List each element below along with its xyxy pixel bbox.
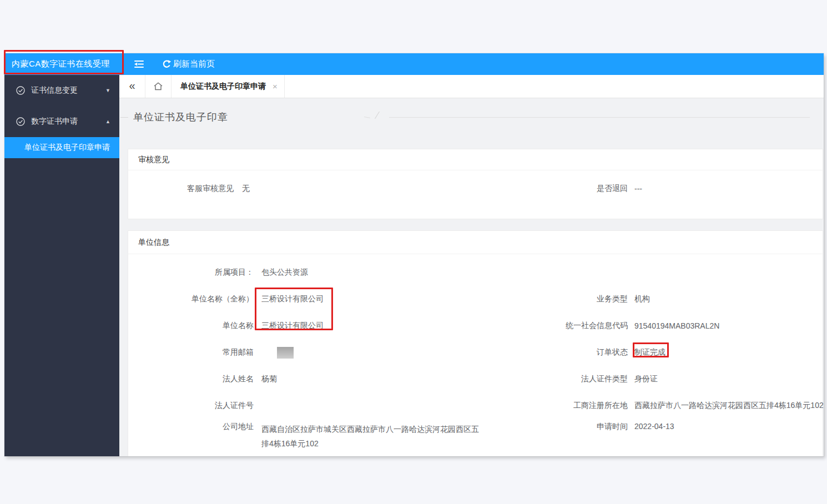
form-row: 公司地址 西藏自治区拉萨市城关区西藏拉萨市八一路哈达滨河花园西区五排4栋16单元…	[128, 419, 823, 452]
field-value: 2022-04-13	[634, 422, 674, 431]
sidebar-submenu: 单位证书及电子印章申请	[4, 137, 119, 158]
field-label: 工商注册所在地	[483, 401, 628, 411]
field-label: 公司地址	[128, 422, 254, 432]
field-label: 客服审核意见	[128, 184, 234, 194]
field-value: 无	[242, 184, 250, 194]
field-label: 法人证件号	[128, 401, 254, 411]
badge-check-icon	[16, 85, 26, 95]
redaction-smudge	[375, 112, 380, 119]
field-label: 统一社会信息代码	[483, 321, 628, 331]
tabs-scroll-left-button[interactable]: «	[119, 75, 145, 98]
field-value: 西藏自治区拉萨市城关区西藏拉萨市八一路哈达滨河花园西区五排4栋16单元102	[261, 422, 483, 451]
tab-unit-cert-seal-apply[interactable]: 单位证书及电子印章申请 ×	[172, 75, 285, 98]
chevron-up-icon: ▲	[105, 119, 110, 124]
form-row: 所属项目： 包头公共资源	[128, 259, 823, 286]
page-title: 单位证书及电子印章	[133, 110, 228, 124]
field-label: 单位名称（全称）	[128, 294, 254, 304]
field-label: 单位名称	[128, 321, 254, 331]
field-label: 所属项目：	[128, 268, 254, 278]
sidebar-item-label: 数字证书申请	[31, 117, 78, 127]
review-opinion-card: 审核意见 客服审核意见 无 是否退回 ---	[128, 149, 823, 219]
order-status-value: 制证完成	[634, 347, 665, 357]
field-value: 杨菊	[261, 374, 277, 384]
field-label: 常用邮箱	[128, 347, 254, 357]
field-value: 三桥设计有限公司	[261, 294, 324, 304]
form-row: 单位名称 三桥设计有限公司 统一社会信息代码 91540194MAB03RAL2…	[128, 313, 823, 339]
divider-dash	[120, 117, 128, 118]
form-row: 常用邮箱 订单状态 制证完成	[128, 339, 823, 366]
tab-bar: « 单位证书及电子印章申请 ×	[119, 75, 824, 98]
form-row: 法人姓名 杨菊 法人证件类型 身份证	[128, 366, 823, 392]
refresh-page-button[interactable]: 刷新当前页	[162, 59, 215, 69]
top-header-bar: 刷新当前页	[119, 53, 824, 75]
field-value: 包头公共资源	[261, 268, 308, 278]
refresh-label: 刷新当前页	[173, 59, 215, 69]
page-title-divider: 单位证书及电子印章	[120, 105, 823, 129]
redacted-email-value	[277, 347, 294, 359]
field-value: 机构	[634, 294, 650, 304]
form-row: 单位名称（全称） 三桥设计有限公司 业务类型 机构	[128, 286, 823, 313]
app-window: 内蒙CA数字证书在线受理 证书信息变更 ▼	[4, 53, 824, 456]
unit-info-card: 单位信息 所属项目： 包头公共资源 单位名称（全称） 三桥设计有限公司	[128, 230, 823, 456]
field-label: 是否退回	[483, 184, 628, 194]
sidebar-item-digital-cert-apply[interactable]: 数字证书申请 ▲	[4, 106, 119, 137]
redaction-smudge	[364, 117, 370, 118]
sidebar: 内蒙CA数字证书在线受理 证书信息变更 ▼	[4, 53, 119, 456]
field-label: 业务类型	[483, 294, 628, 304]
field-value: 身份证	[634, 374, 658, 384]
home-icon	[153, 81, 164, 92]
sidebar-subitem-unit-cert-seal-apply[interactable]: 单位证书及电子印章申请	[4, 137, 119, 158]
field-label: 法人证件类型	[483, 374, 628, 384]
app-logo-title: 内蒙CA数字证书在线受理	[4, 53, 119, 75]
field-value: 三桥设计有限公司	[261, 321, 324, 331]
refresh-icon	[162, 59, 172, 69]
form-row: 法人证件号 工商注册所在地 西藏拉萨市八一路哈达滨河花园西区五排4栋16单元10…	[128, 392, 823, 419]
section-title: 审核意见	[128, 149, 823, 170]
field-value: ---	[634, 184, 642, 193]
sidebar-item-cert-info-change[interactable]: 证书信息变更 ▼	[4, 75, 119, 106]
field-label: 申请时间	[483, 422, 628, 432]
chevron-down-icon: ▼	[105, 88, 110, 93]
divider-line	[389, 117, 810, 118]
sidebar-collapse-icon[interactable]	[133, 59, 145, 69]
sidebar-item-label: 证书信息变更	[31, 85, 78, 95]
tab-close-icon[interactable]: ×	[273, 82, 278, 91]
sidebar-menu: 证书信息变更 ▼ 数字证书申请 ▲ 单位证书及电子印章申请	[4, 75, 119, 158]
form-row: 客服审核意见 无 是否退回 ---	[128, 179, 823, 198]
field-value	[261, 347, 294, 359]
tab-label: 单位证书及电子印章申请	[180, 82, 266, 92]
field-label: 法人姓名	[128, 374, 254, 384]
field-value: 91540194MAB03RAL2N	[634, 321, 719, 330]
redacted-title-area	[228, 105, 389, 129]
field-label: 订单状态	[483, 347, 628, 357]
main-area: 刷新当前页 « 单位证书及电子印章申请 × 单位证书及电子印章	[119, 53, 824, 456]
sidebar-subitem-label: 单位证书及电子印章申请	[24, 143, 110, 153]
home-tab-button[interactable]	[145, 75, 172, 98]
field-value: 西藏拉萨市八一路哈达滨河花园西区五排4栋16单元102	[634, 401, 824, 411]
section-title: 单位信息	[128, 231, 823, 254]
content-area: 单位证书及电子印章 审核意见 客服审核意见 无	[119, 98, 824, 456]
badge-check-icon	[16, 117, 26, 127]
